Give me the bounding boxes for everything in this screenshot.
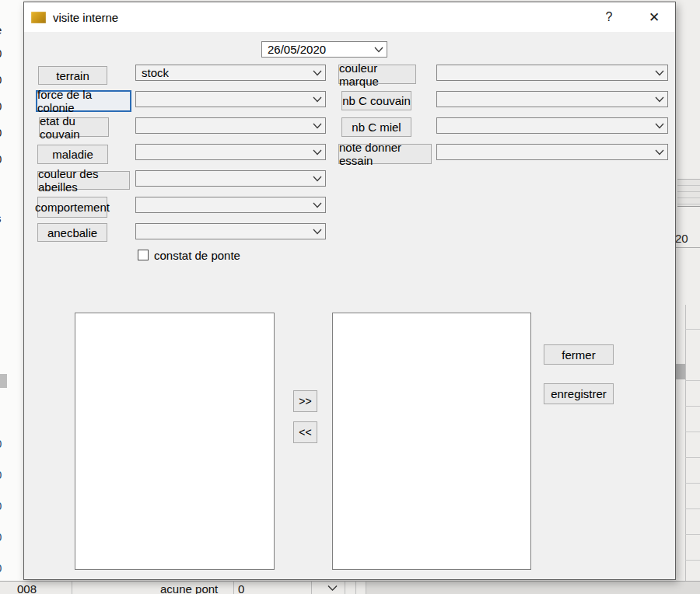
bg-partial-text: 0 bbox=[0, 468, 2, 481]
constat-de-ponte-label: constat de ponte bbox=[154, 249, 240, 262]
nb-c-couvain-button[interactable]: nb C couvain bbox=[341, 91, 411, 110]
comportement-combobox[interactable] bbox=[135, 197, 326, 213]
chevron-down-icon bbox=[313, 176, 322, 182]
bg-partial-text: e bbox=[0, 23, 2, 37]
bg-partial-text: 0 bbox=[0, 126, 2, 139]
background-grid-row: 008 acune pont 0 bbox=[0, 581, 700, 594]
nb-c-miel-button[interactable]: nb C miel bbox=[341, 117, 411, 137]
fermer-button[interactable]: fermer bbox=[544, 344, 614, 365]
bg-grid-line bbox=[685, 457, 700, 458]
comportement-button[interactable]: comportement bbox=[37, 197, 107, 218]
bg-grid-line bbox=[676, 247, 700, 248]
bg-partial-text: 0 bbox=[0, 437, 2, 450]
chevron-down-icon bbox=[655, 149, 664, 155]
couleur-marque-combobox[interactable] bbox=[436, 65, 668, 81]
bg-cell-value: 0 bbox=[238, 582, 244, 594]
chevron-down-icon bbox=[313, 70, 322, 76]
close-icon[interactable]: ✕ bbox=[639, 2, 670, 32]
bg-grid-line bbox=[685, 483, 700, 484]
force-de-la-colonie-button[interactable]: force de la colonie bbox=[36, 90, 131, 112]
chevron-down-icon bbox=[374, 47, 383, 53]
chevron-down-icon bbox=[313, 96, 322, 103]
bg-partial-text: 0 bbox=[0, 73, 2, 86]
bg-scrollbar-thumb bbox=[676, 364, 685, 379]
bg-grid-line bbox=[233, 582, 234, 594]
bg-partial-text: 0 bbox=[0, 152, 2, 166]
terrain-combobox[interactable]: stock bbox=[135, 65, 326, 81]
bg-grid-rows bbox=[677, 179, 700, 207]
force-de-la-colonie-combobox[interactable] bbox=[135, 91, 326, 107]
chevron-down-icon bbox=[655, 70, 664, 76]
nb-c-couvain-combobox[interactable] bbox=[436, 91, 668, 107]
bg-partial-text: 20 bbox=[676, 232, 688, 245]
dialog-visite-interne: visite interne ? ✕ 26/05/2020 terrain fo… bbox=[23, 2, 676, 580]
background-right-strip: 20 bbox=[676, 0, 700, 581]
nb-c-miel-combobox[interactable] bbox=[436, 117, 668, 134]
bg-grid-line bbox=[685, 305, 686, 581]
maladie-combobox[interactable] bbox=[135, 144, 326, 160]
chevron-down-icon bbox=[655, 123, 664, 129]
bg-grid-line bbox=[685, 432, 700, 432]
chevron-down-icon bbox=[655, 96, 664, 103]
bg-grid-line bbox=[685, 534, 700, 535]
terrain-button[interactable]: terrain bbox=[38, 66, 107, 85]
bg-scrollbar-thumb bbox=[0, 374, 7, 388]
chevron-down-icon bbox=[313, 123, 322, 129]
app-icon bbox=[31, 12, 46, 23]
anecbalie-combobox[interactable] bbox=[135, 223, 326, 239]
bg-partial-text: 0 bbox=[0, 100, 2, 113]
bg-partial-text: 0 bbox=[0, 561, 2, 575]
date-combobox[interactable]: 26/05/2020 bbox=[261, 41, 387, 58]
maladie-button[interactable]: maladie bbox=[37, 145, 108, 164]
etat-du-couvain-button[interactable]: etat du couvain bbox=[39, 117, 109, 137]
chevron-down-icon bbox=[313, 202, 322, 208]
bg-grid-line bbox=[345, 582, 345, 594]
bg-grid-line bbox=[685, 406, 700, 407]
constat-de-ponte-checkbox[interactable] bbox=[138, 250, 149, 260]
bg-partial-text: 0 bbox=[0, 530, 2, 543]
bg-partial-text: 0 bbox=[0, 499, 2, 512]
couleur-des-abeilles-button[interactable]: couleur des abeilles bbox=[37, 171, 130, 190]
etat-du-couvain-combobox[interactable] bbox=[135, 117, 326, 134]
move-left-button[interactable]: << bbox=[293, 421, 317, 443]
bg-partial-text: s bbox=[0, 211, 2, 225]
couleur-marque-button[interactable]: couleur marque bbox=[338, 65, 416, 84]
bg-partial-text: 0 bbox=[0, 47, 2, 60]
bg-cell bbox=[366, 582, 700, 594]
bg-grid-line bbox=[366, 582, 366, 594]
bg-cell-id: 008 bbox=[17, 582, 37, 594]
chevron-down-icon bbox=[313, 229, 322, 235]
bg-grid-line bbox=[355, 582, 356, 594]
couleur-des-abeilles-combobox[interactable] bbox=[135, 170, 326, 187]
note-donner-essain-button[interactable]: note donner essain bbox=[338, 144, 432, 164]
date-value: 26/05/2020 bbox=[268, 43, 326, 56]
bg-grid-line bbox=[685, 329, 700, 330]
bg-grid-line bbox=[685, 508, 700, 509]
chevron-down-icon bbox=[327, 585, 338, 592]
anecbalie-button[interactable]: anecbalie bbox=[37, 223, 107, 242]
note-donner-essain-combobox[interactable] bbox=[436, 144, 668, 160]
chevron-down-icon bbox=[313, 149, 322, 155]
bg-grid-line bbox=[685, 380, 700, 381]
bg-grid-line bbox=[311, 582, 312, 594]
move-right-button[interactable]: >> bbox=[293, 390, 317, 412]
bg-grid-line bbox=[72, 582, 72, 594]
terrain-value: stock bbox=[142, 66, 169, 79]
selected-items-listbox[interactable] bbox=[332, 313, 531, 570]
bg-grid-line bbox=[685, 560, 700, 561]
enregistrer-button[interactable]: enregistrer bbox=[544, 383, 614, 404]
window-title: visite interne bbox=[53, 11, 118, 24]
available-items-listbox[interactable] bbox=[75, 313, 275, 570]
bg-cell-label: acune pont bbox=[160, 582, 218, 594]
titlebar: visite interne ? ✕ bbox=[24, 2, 675, 32]
background-left-strip: e 0 0 0 0 0 - s 0 0 0 0 0 bbox=[0, 0, 23, 581]
help-button[interactable]: ? bbox=[596, 2, 622, 32]
